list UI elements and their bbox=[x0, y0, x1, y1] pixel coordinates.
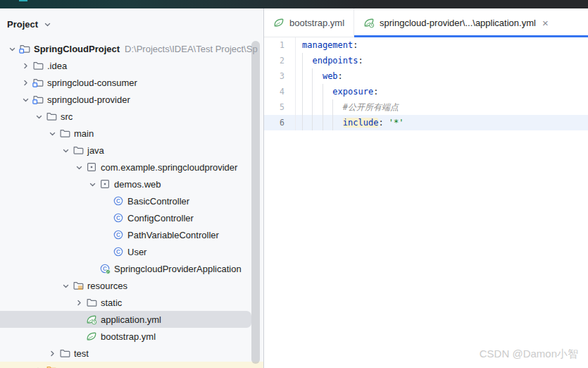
chevron-down-icon bbox=[43, 20, 52, 29]
tree-item-user[interactable]: User bbox=[0, 243, 263, 260]
code-line-current: 6 include: '*' bbox=[264, 115, 588, 130]
tree-item-label: demos.web bbox=[114, 179, 161, 190]
code-text: web: bbox=[296, 68, 343, 84]
code-line: 3 web: bbox=[264, 68, 588, 84]
tree-item-label: SpringCloudProject bbox=[34, 44, 120, 54]
tree-item-resources[interactable]: resources bbox=[0, 277, 263, 294]
springboot-class-icon bbox=[99, 263, 111, 274]
excluded-folder-icon bbox=[45, 364, 58, 368]
chevron-right-icon[interactable] bbox=[19, 77, 32, 88]
project-view-selector[interactable]: Project bbox=[0, 8, 263, 40]
tree-item-label: PathVariableController bbox=[127, 230, 219, 240]
chevron-down-icon[interactable] bbox=[86, 178, 99, 190]
chevron-down-icon[interactable] bbox=[73, 161, 85, 173]
chevron-spacer bbox=[99, 229, 112, 240]
tree-item-src[interactable]: src bbox=[0, 108, 263, 125]
chevron-spacer bbox=[86, 263, 99, 274]
chevron-right-icon[interactable] bbox=[19, 60, 32, 71]
tree-item-label: SpringcloudProviderApplication bbox=[114, 264, 242, 274]
package-icon bbox=[99, 178, 111, 190]
chevron-right-icon[interactable] bbox=[32, 364, 45, 368]
class-icon bbox=[112, 229, 125, 240]
tree-item-label: java bbox=[87, 145, 104, 156]
chevron-spacer bbox=[73, 314, 85, 325]
tree-item-java[interactable]: java bbox=[0, 142, 263, 159]
tree-item-idea[interactable]: .idea bbox=[0, 57, 263, 74]
tree-item-label: src bbox=[61, 111, 73, 122]
module-folder-icon bbox=[32, 94, 44, 105]
chevron-down-icon[interactable] bbox=[59, 280, 72, 291]
tree-item-label: com.example.springcloudprovider bbox=[101, 162, 237, 173]
tree-scrollbar[interactable] bbox=[251, 41, 260, 364]
code-line: 5 #公开所有端点 bbox=[264, 99, 588, 115]
folder-icon bbox=[58, 348, 71, 359]
class-icon bbox=[112, 212, 125, 223]
tab-application-yml[interactable]: springcloud-provider\...\application.yml… bbox=[354, 8, 588, 37]
active-tool-indicator bbox=[19, 0, 27, 1]
line-number: 3 bbox=[264, 68, 296, 84]
chevron-down-icon[interactable] bbox=[19, 94, 32, 105]
line-number: 6 bbox=[264, 115, 296, 130]
folder-icon bbox=[32, 60, 44, 71]
indent-guide bbox=[323, 84, 323, 130]
indent-guide bbox=[302, 53, 303, 130]
tree-item-excluded-folder-partial[interactable] bbox=[0, 362, 263, 368]
tree-item-springcloudproject[interactable]: SpringCloudProject D:\Projects\IDEA\Test… bbox=[0, 40, 263, 57]
class-icon bbox=[112, 246, 125, 257]
editor-pane: bootstrap.yml springcloud-provider\...\a… bbox=[264, 8, 588, 368]
tree-item-com-example-springcloudprovider[interactable]: com.example.springcloudprovider bbox=[0, 159, 263, 176]
tab-bootstrap-yml[interactable]: bootstrap.yml bbox=[264, 8, 354, 37]
chevron-right-icon[interactable] bbox=[46, 348, 58, 359]
chevron-down-icon[interactable] bbox=[32, 111, 45, 122]
tree-item-label: test bbox=[74, 348, 89, 359]
line-number: 2 bbox=[264, 53, 296, 68]
code-text: endpoints: bbox=[296, 53, 363, 68]
indent-guide bbox=[332, 99, 333, 130]
tree-item-label: main bbox=[74, 128, 94, 139]
tree-item-springcloud-consumer[interactable]: springcloud-consumer bbox=[0, 74, 263, 91]
project-tool-window: Project SpringCloudProject D:\Projects\I… bbox=[0, 8, 264, 368]
code-editor[interactable]: 1 management: 2 endpoints: 3 web: 4 expo… bbox=[264, 37, 588, 368]
tree-item-label: springcloud-consumer bbox=[47, 78, 137, 88]
module-folder-icon bbox=[18, 43, 31, 54]
tree-item-springcloud-provider[interactable]: springcloud-provider bbox=[0, 91, 263, 108]
tree-item-label: resources bbox=[87, 281, 127, 291]
line-number: 4 bbox=[264, 84, 296, 99]
folder-icon bbox=[72, 145, 85, 156]
tree-item-static[interactable]: static bbox=[0, 294, 263, 311]
folder-icon bbox=[58, 128, 71, 139]
tree-item-test[interactable]: test bbox=[0, 345, 263, 362]
project-tree: SpringCloudProject D:\Projects\IDEA\Test… bbox=[0, 40, 263, 362]
tree-item-demos-web[interactable]: demos.web bbox=[0, 176, 263, 192]
chevron-right-icon[interactable] bbox=[73, 297, 85, 308]
title-bar bbox=[0, 0, 588, 8]
tree-item-label: ConfigController bbox=[127, 213, 194, 223]
code-text: exposure: bbox=[296, 84, 378, 99]
tab-label: springcloud-provider\...\application.yml bbox=[380, 18, 536, 28]
tree-item-label: BasicController bbox=[127, 196, 189, 207]
line-number: 1 bbox=[264, 37, 296, 53]
chevron-spacer bbox=[99, 212, 112, 223]
tree-item-application-yml[interactable]: application.yml bbox=[0, 311, 251, 328]
tree-item-label: application.yml bbox=[101, 314, 161, 325]
tree-item-label: User bbox=[127, 247, 146, 257]
tree-item-label: bootstrap.yml bbox=[101, 331, 156, 342]
chevron-spacer bbox=[99, 246, 112, 257]
chevron-down-icon[interactable] bbox=[46, 128, 58, 139]
close-icon[interactable]: × bbox=[542, 18, 549, 28]
tree-item-main[interactable]: main bbox=[0, 125, 263, 142]
spring-config-icon bbox=[85, 331, 98, 342]
tree-item-label: static bbox=[101, 298, 122, 308]
code-text: management: bbox=[296, 37, 358, 53]
tree-item-pathvariablecontroller[interactable]: PathVariableController bbox=[0, 226, 263, 243]
chevron-down-icon[interactable] bbox=[59, 145, 72, 156]
tree-item-configcontroller[interactable]: ConfigController bbox=[0, 209, 263, 226]
project-root-path: D:\Projects\IDEA\Test Project\Sp bbox=[125, 44, 258, 54]
tree-item-label: springcloud-provider bbox=[47, 94, 130, 105]
folder-icon bbox=[45, 111, 58, 122]
package-icon bbox=[85, 161, 98, 173]
tree-item-basiccontroller[interactable]: BasicController bbox=[0, 192, 263, 209]
chevron-down-icon[interactable] bbox=[6, 43, 18, 54]
tree-item-bootstrap-yml[interactable]: bootstrap.yml bbox=[0, 328, 263, 345]
tree-item-springcloudproviderapplication[interactable]: SpringcloudProviderApplication bbox=[0, 260, 263, 277]
